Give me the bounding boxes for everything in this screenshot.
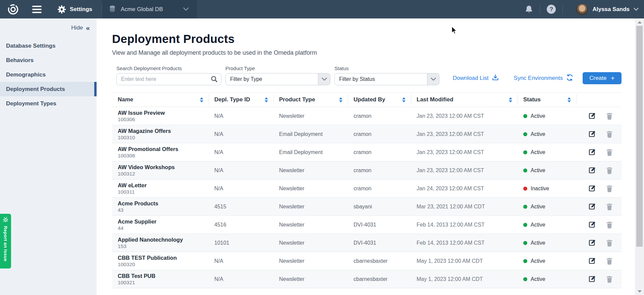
product-type-select[interactable]: Filter by Type (225, 73, 330, 85)
database-selector[interactable]: Acme Global DB (102, 0, 197, 18)
sidebar-item[interactable]: Deployment Products (0, 82, 97, 96)
edit-icon[interactable] (588, 257, 596, 265)
user-avatar[interactable] (576, 3, 588, 15)
delete-icon[interactable] (606, 167, 613, 174)
sort-icon[interactable] (265, 97, 268, 102)
updated-by-cell: cramon (348, 180, 411, 197)
depl-type-id-cell: N/A (209, 270, 273, 288)
edit-icon[interactable] (588, 166, 596, 174)
product-name[interactable]: AW Promotional Offers (118, 146, 178, 152)
delete-icon[interactable] (606, 131, 613, 138)
delete-icon[interactable] (606, 221, 613, 229)
product-id: 100312 (118, 170, 135, 177)
hide-sidebar-button[interactable]: Hide « (0, 18, 97, 31)
product-name[interactable]: AW Issue Preview (118, 109, 165, 116)
product-name[interactable]: CBB TEST Publication (118, 254, 177, 261)
status-select[interactable]: Filter by Status (334, 73, 439, 85)
delete-icon[interactable] (606, 112, 613, 120)
delete-icon[interactable] (606, 257, 613, 265)
help-icon[interactable]: ? (547, 5, 556, 14)
edit-icon[interactable] (588, 203, 596, 210)
depl-type-id-cell: 10101 (209, 234, 273, 252)
last-modified-cell: May 1, 2023 12:00 AM CDT (411, 252, 518, 270)
row-actions (576, 180, 622, 197)
product-type-cell: Newsletter (273, 107, 348, 125)
chevron-down-icon[interactable] (634, 6, 639, 12)
status-dot (523, 187, 527, 191)
row-actions (576, 252, 622, 270)
last-modified-cell: Jan 24, 2023 12:00 AM CST (411, 180, 518, 197)
notifications-bell-icon[interactable] (525, 5, 533, 14)
vertical-scrollbar[interactable] (635, 18, 644, 295)
create-button[interactable]: Create + (583, 72, 622, 84)
sidebar-item[interactable]: Deployment Types (0, 96, 97, 111)
omeda-logo-icon[interactable] (7, 3, 19, 16)
download-list-button[interactable]: Download List (453, 74, 499, 83)
edit-icon[interactable] (588, 130, 596, 138)
updated-by-cell: DVI-4031 (348, 216, 411, 234)
scroll-up-arrow[interactable] (635, 18, 644, 26)
column-header[interactable]: Depl. Type ID (209, 93, 273, 107)
table-row[interactable]: CBB TEST Publication 100320 N/A Newslett… (112, 252, 622, 270)
column-header[interactable]: Updated By (348, 93, 411, 107)
column-header[interactable]: Product Type (273, 93, 348, 107)
sidebar-item-label: Demographics (6, 71, 46, 78)
edit-icon[interactable] (588, 148, 596, 156)
edit-icon[interactable] (588, 221, 596, 229)
edit-icon[interactable] (588, 239, 596, 247)
report-an-issue-tab[interactable]: Report an Issue (0, 214, 11, 268)
product-name[interactable]: CBB Test PUB (118, 273, 155, 279)
product-name[interactable]: AW eLetter (118, 182, 147, 189)
sidebar-item[interactable]: Behaviors (0, 53, 97, 67)
product-name[interactable]: AW Magazine Offers (118, 128, 171, 134)
edit-icon[interactable] (588, 185, 596, 192)
search-input[interactable] (116, 73, 221, 85)
edit-icon[interactable] (588, 275, 596, 283)
sort-icon[interactable] (568, 97, 571, 102)
depl-type-id-cell: 4516 (209, 216, 273, 234)
user-name[interactable]: Alyssa Sands (592, 6, 630, 13)
table-row[interactable]: AW Magazine Offers 100310 N/A Email Depl… (112, 125, 622, 143)
search-icon[interactable] (211, 76, 218, 84)
delete-icon[interactable] (606, 203, 613, 210)
table-row[interactable]: Acme Supplier 44 4516 Newsletter DVI-403… (112, 216, 622, 234)
sort-icon[interactable] (200, 97, 203, 102)
product-name[interactable]: AW Video Workshops (118, 164, 175, 170)
product-id: 100321 (118, 279, 135, 286)
updated-by-cell: cramon (348, 107, 411, 125)
table-row[interactable]: AW Issue Preview 100306 N/A Newsletter c… (112, 107, 622, 125)
database-selector-value: Acme Global DB (121, 6, 163, 13)
scrollbar-thumb[interactable] (636, 26, 643, 247)
table-row[interactable]: AW Video Workshops 100312 N/A Newsletter… (112, 161, 622, 180)
sort-icon[interactable] (509, 97, 512, 102)
delete-icon[interactable] (606, 185, 613, 192)
table-header-row: Name Depl. Type ID Product Type Updated … (112, 92, 622, 107)
delete-icon[interactable] (606, 239, 613, 247)
column-header[interactable]: Status (518, 93, 576, 107)
status-label: Active (531, 131, 545, 137)
table-row[interactable]: AW Promotional Offers 100308 N/A Email D… (112, 143, 622, 161)
delete-icon[interactable] (606, 276, 613, 283)
table-row[interactable]: Acme Products 43 4515 Newsletter sbayani… (112, 198, 622, 216)
status-dot (523, 205, 527, 209)
hamburger-menu-icon[interactable] (32, 6, 42, 13)
table-row[interactable]: Applied Nanotechnology 153 10101 Newslet… (112, 234, 622, 252)
scroll-down-arrow[interactable] (635, 288, 644, 295)
depl-type-id-cell: N/A (209, 107, 273, 125)
product-name[interactable]: Acme Supplier (118, 218, 157, 225)
sync-environments-button[interactable]: Sync Environments (514, 74, 574, 83)
product-name[interactable]: Applied Nanotechnology (118, 236, 183, 243)
table-row[interactable]: AW eLetter 100311 N/A Newsletter cramon … (112, 180, 622, 198)
sort-icon[interactable] (402, 97, 406, 102)
sidebar-item[interactable]: Database Settings (0, 39, 97, 53)
delete-icon[interactable] (606, 149, 613, 156)
column-header[interactable]: Last Modified (411, 93, 518, 107)
column-header[interactable]: Name (112, 93, 209, 107)
edit-icon[interactable] (588, 112, 596, 120)
table-row[interactable]: CBB Test PUB 100321 N/A Newsletter cbarn… (112, 270, 622, 288)
status-dot (523, 168, 527, 173)
sidebar-item[interactable]: Demographics (0, 67, 97, 82)
sort-icon[interactable] (339, 97, 342, 102)
hide-label: Hide (71, 24, 83, 31)
product-name[interactable]: Acme Products (118, 200, 158, 207)
